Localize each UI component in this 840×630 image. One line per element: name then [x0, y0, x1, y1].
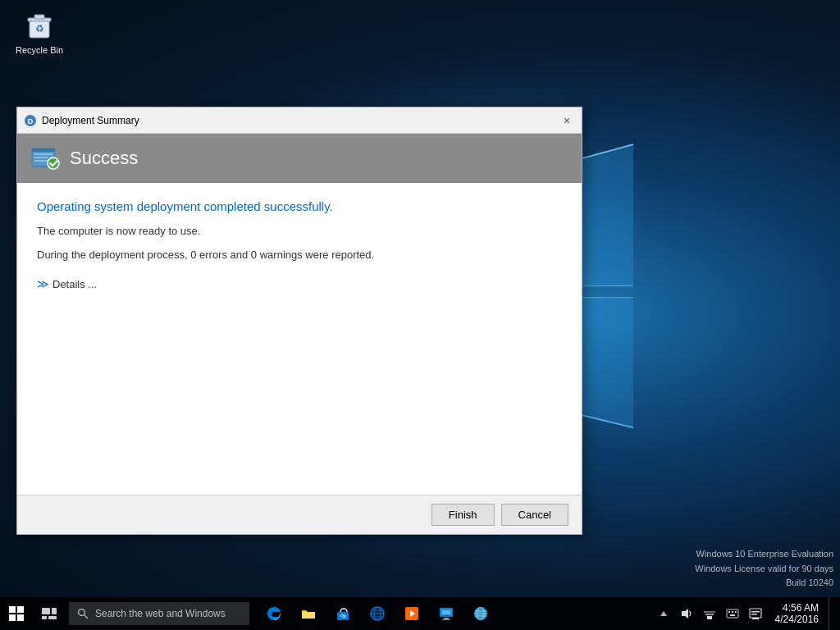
keyboard-icon: [726, 607, 739, 620]
taskbar-search[interactable]: Search the web and Windows: [69, 602, 249, 625]
cancel-button[interactable]: Cancel: [501, 504, 568, 526]
taskbar-clock[interactable]: 4:56 AM 4/24/2016: [769, 602, 825, 625]
svg-rect-23: [52, 608, 57, 614]
recycle-bin-label: Recycle Bin: [16, 44, 63, 56]
svg-rect-25: [48, 616, 57, 619]
svg-rect-54: [735, 611, 737, 613]
dialog-title: Deployment Summary: [42, 115, 139, 126]
recycle-bin-icon[interactable]: ♻ Recycle Bin: [10, 8, 69, 56]
internet-explorer-icon: [369, 605, 386, 622]
store-icon[interactable]: 🛍: [326, 597, 359, 630]
clock-time: 4:56 AM: [783, 602, 819, 614]
svg-rect-57: [751, 611, 760, 613]
taskbar-app-icons: 🛍: [258, 597, 497, 630]
edge-browser-icon: [266, 605, 282, 622]
finish-button[interactable]: Finish: [431, 504, 495, 526]
notification-icon: [749, 607, 762, 620]
monitor-icon: [438, 605, 454, 622]
svg-rect-24: [42, 616, 47, 619]
task-view-icon: [42, 608, 57, 619]
dialog-close-button[interactable]: ×: [559, 112, 575, 129]
svg-rect-51: [727, 609, 738, 618]
svg-rect-8: [34, 15, 44, 19]
dialog-body: Operating system deployment completed su…: [17, 183, 582, 495]
watermark-line1: Windows 10 Enterprise Evaluation: [695, 547, 833, 562]
speaker-icon: [680, 607, 693, 620]
svg-rect-56: [750, 609, 761, 618]
system-tray: 4:56 AM 4/24/2016: [654, 597, 840, 630]
svg-text:♻: ♻: [35, 23, 44, 34]
titlebar-left: D Deployment Summary: [24, 114, 139, 127]
clock-date: 4/24/2016: [775, 614, 819, 625]
media-player-icon[interactable]: [395, 597, 428, 630]
svg-rect-58: [751, 614, 757, 615]
search-icon: [77, 608, 89, 619]
globe-icon: [472, 605, 489, 622]
svg-rect-20: [9, 614, 16, 621]
desktop: ♻ Recycle Bin D Deployment Summary ×: [0, 0, 840, 630]
svg-text:D: D: [28, 117, 34, 126]
sub-message: The computer is now ready to use.: [37, 225, 562, 237]
recycle-bin-image: ♻: [23, 8, 56, 41]
deployment-summary-dialog: D Deployment Summary × Success: [16, 107, 582, 535]
watermark-line3: Build 10240: [695, 576, 833, 591]
svg-marker-46: [660, 611, 667, 616]
svg-point-26: [79, 609, 85, 616]
start-button[interactable]: [0, 597, 33, 630]
svg-rect-59: [752, 618, 759, 619]
watermark-line2: Windows License valid for 90 days: [695, 562, 833, 577]
details-link[interactable]: ≫ Details ...: [37, 277, 562, 290]
ie-icon[interactable]: [361, 597, 394, 630]
folder-icon: [300, 605, 317, 622]
svg-rect-50: [704, 611, 715, 613]
network-tray-icon[interactable]: [700, 597, 719, 630]
main-message: Operating system deployment completed su…: [37, 199, 562, 213]
svg-rect-18: [9, 606, 16, 613]
svg-text:🛍: 🛍: [340, 613, 346, 619]
svg-rect-13: [32, 148, 55, 152]
start-icon: [9, 606, 24, 621]
task-view-button[interactable]: [33, 597, 66, 630]
action-center-icon[interactable]: [746, 597, 765, 630]
svg-rect-40: [442, 610, 450, 614]
svg-rect-14: [34, 153, 52, 155]
svg-rect-15: [34, 157, 48, 158]
svg-marker-47: [682, 609, 688, 619]
windows-watermark: Windows 10 Enterprise Evaluation Windows…: [695, 547, 833, 591]
keyboard-tray-icon[interactable]: [723, 597, 742, 630]
edge-icon[interactable]: [258, 597, 290, 630]
svg-rect-48: [707, 616, 712, 619]
dialog-app-icon: D: [24, 114, 37, 127]
details-chevron-icon: ≫: [37, 277, 49, 290]
remote-desktop-icon[interactable]: [430, 597, 463, 630]
shopping-bag-icon: 🛍: [335, 605, 351, 622]
tray-expand-icon[interactable]: [654, 597, 673, 630]
network-taskbar-icon[interactable]: [464, 597, 497, 630]
svg-rect-21: [17, 614, 24, 621]
svg-rect-55: [730, 614, 735, 616]
report-message: During the deployment process, 0 errors …: [37, 249, 562, 261]
file-explorer-icon[interactable]: [292, 597, 325, 630]
wifi-icon: [703, 607, 716, 620]
success-icon: [30, 144, 60, 173]
svg-rect-22: [42, 608, 50, 614]
svg-rect-19: [17, 606, 24, 613]
success-title: Success: [70, 148, 138, 169]
play-icon: [404, 605, 420, 622]
svg-line-27: [84, 615, 89, 619]
dialog-footer: Finish Cancel: [17, 495, 582, 534]
svg-rect-52: [728, 611, 730, 613]
volume-icon[interactable]: [677, 597, 696, 630]
svg-rect-53: [732, 611, 733, 613]
dialog-titlebar: D Deployment Summary ×: [17, 107, 582, 134]
chevron-up-icon: [660, 609, 668, 618]
search-placeholder: Search the web and Windows: [95, 608, 226, 619]
svg-rect-37: [444, 618, 449, 619]
taskbar: Search the web and Windows: [0, 597, 840, 630]
success-header: Success: [17, 134, 582, 183]
svg-rect-49: [705, 614, 714, 615]
details-label: Details ...: [52, 278, 97, 290]
svg-rect-38: [442, 619, 450, 620]
show-desktop-button[interactable]: [829, 597, 833, 630]
